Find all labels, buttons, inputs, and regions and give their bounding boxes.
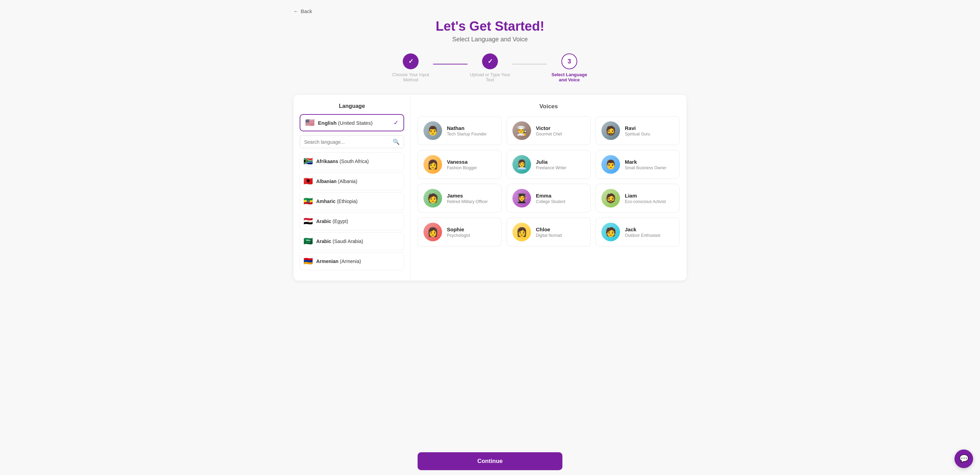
language-list: 🇿🇦 Afrikaans (South Africa) 🇦🇱 Albanian … [300,153,404,272]
voice-name: Vanessa [447,159,477,165]
voice-info: Liam Eco-conscious Activist [625,193,666,204]
lang-name: Arabic (Saudi Arabia) [316,238,363,244]
voice-role: College Student [536,199,565,204]
voice-card[interactable]: 👨 Nathan Tech Startup Founder [418,116,502,145]
voice-name: Emma [536,193,565,199]
voice-name: Nathan [447,125,487,131]
selected-language-name: English [318,120,337,126]
voice-avatar: 👨 [423,121,442,140]
back-label: Back [301,8,312,14]
voice-info: Emma College Student [536,193,565,204]
step-3: 3 Select Language and Voice [547,53,592,83]
voice-info: Mark Small Business Owner [625,159,667,170]
lang-name: Armenian (Armenia) [316,259,361,264]
lang-name: Arabic (Egypt) [316,219,348,224]
language-list-item[interactable]: 🇪🇹 Amharic (Ethiopia) [300,192,404,210]
flag-icon: 🇦🇲 [304,257,313,266]
voice-info: Victor Gourmet Chef [536,125,562,137]
language-list-item[interactable]: 🇦🇲 Armenian (Armenia) [300,252,404,270]
voice-card[interactable]: 👩 Vanessa Fashion Blogger [418,150,502,179]
connector-2-3 [512,64,547,64]
voice-name: Chloe [536,226,562,232]
voice-avatar: 🧑 [423,189,442,208]
flag-icon: 🇦🇱 [304,177,313,186]
selected-language-region: (United States) [338,120,372,126]
chat-bubble-button[interactable]: 💬 [955,450,973,468]
voice-card[interactable]: 🧔 Ravi Spiritual Guru [595,116,680,145]
us-flag-icon: 🇺🇸 [305,118,315,127]
continue-button[interactable]: Continue [418,452,562,470]
selected-language-text: English (United States) [318,120,372,126]
step-2: ✓ Upload or Type Your Text [468,53,512,83]
flag-icon: 🇪🇹 [304,197,313,206]
page-subtitle: Select Language and Voice [293,36,687,43]
voice-role: Small Business Owner [625,165,667,170]
voice-card[interactable]: 👨‍🍳 Victor Gourmet Chef [507,116,591,145]
selected-language-flag-name: 🇺🇸 English (United States) [305,118,372,127]
voice-card[interactable]: 👩 Chloe Digital Nomad [507,218,591,246]
language-list-item[interactable]: 🇦🇱 Albanian (Albania) [300,172,404,190]
language-list-item[interactable]: 🇿🇦 Afrikaans (South Africa) [300,153,404,170]
voice-role: Tech Startup Founder [447,132,487,137]
step-3-circle: 3 [562,53,577,69]
voice-info: Jack Outdoor Enthusiast [625,226,660,238]
voice-role: Retired Military Officer [447,199,488,204]
voice-role: Spiritual Guru [625,132,650,137]
voice-avatar: 👩 [423,223,442,241]
step-2-label: Upload or Type Your Text [468,72,512,83]
flag-icon: 🇿🇦 [304,157,313,166]
voice-card[interactable]: 👩 Sophie Psychologist [418,218,502,246]
step-1: ✓ Choose Your Input Method [388,53,433,83]
lang-name: Albanian (Albania) [316,179,357,184]
voice-role: Psychologist [447,233,470,238]
voice-avatar: 🧔 [601,189,620,208]
voice-info: Nathan Tech Startup Founder [447,125,487,137]
stepper: ✓ Choose Your Input Method ✓ Upload or T… [293,53,687,83]
voice-info: James Retired Military Officer [447,193,488,204]
voice-avatar: 👨‍🍳 [512,121,531,140]
voice-info: Vanessa Fashion Blogger [447,159,477,170]
voice-name: Sophie [447,226,470,232]
voice-name: Victor [536,125,562,131]
continue-bar: Continue [0,447,980,475]
voice-name: Julia [536,159,566,165]
voice-name: Liam [625,193,666,199]
page-title: Let's Get Started! [293,19,687,34]
back-button[interactable]: ← Back [293,7,312,16]
voice-avatar: 🧑 [601,223,620,241]
voice-role: Gourmet Chef [536,132,562,137]
voice-role: Eco-conscious Activist [625,199,666,204]
voice-avatar: 👩 [423,155,442,174]
voices-grid: 👨 Nathan Tech Startup Founder 👨‍🍳 Victor… [418,116,680,246]
voice-avatar: 👨 [601,155,620,174]
language-panel: Language 🇺🇸 English (United States) ✓ 🔍 [293,95,411,281]
voice-card[interactable]: 🧔 Liam Eco-conscious Activist [595,184,680,213]
voice-card[interactable]: 👩‍🎓 Emma College Student [507,184,591,213]
voice-card[interactable]: 👨 Mark Small Business Owner [595,150,680,179]
language-list-item[interactable]: 🇪🇬 Arabic (Egypt) [300,212,404,230]
selected-language-item[interactable]: 🇺🇸 English (United States) ✓ [300,114,404,131]
voice-card[interactable]: 🧑 Jack Outdoor Enthusiast [595,218,680,246]
language-list-item[interactable]: 🇸🇦 Arabic (Saudi Arabia) [300,232,404,250]
page-wrapper: ← Back Let's Get Started! Select Languag… [283,0,697,308]
voice-info: Ravi Spiritual Guru [625,125,650,137]
voice-info: Julia Freelance Writer [536,159,566,170]
step-2-circle: ✓ [482,53,498,69]
selected-check-icon: ✓ [393,119,399,127]
voice-card[interactable]: 👩‍💼 Julia Freelance Writer [507,150,591,179]
lang-name: Amharic (Ethiopia) [316,199,358,204]
step-1-circle: ✓ [403,53,418,69]
voice-name: James [447,193,488,199]
step-3-label: Select Language and Voice [547,72,592,83]
voice-avatar: 👩‍💼 [512,155,531,174]
language-panel-title: Language [300,103,404,109]
voice-card[interactable]: 🧑 James Retired Military Officer [418,184,502,213]
back-arrow-icon: ← [293,8,299,14]
voice-avatar: 👩 [512,223,531,241]
language-search-input[interactable] [304,139,390,145]
voice-name: Jack [625,226,660,232]
voice-avatar: 🧔 [601,121,620,140]
voice-avatar: 👩‍🎓 [512,189,531,208]
voice-name: Ravi [625,125,650,131]
flag-icon: 🇪🇬 [304,217,313,226]
